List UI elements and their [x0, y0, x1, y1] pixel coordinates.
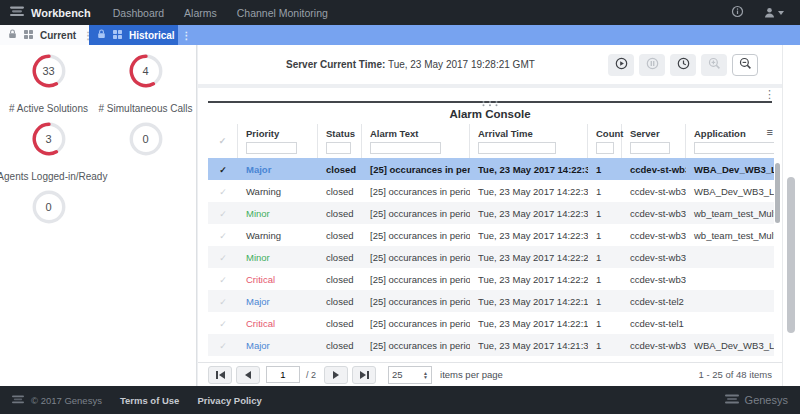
cell-count: 1: [588, 186, 622, 197]
column-header-alarm_text[interactable]: Alarm Text: [362, 124, 470, 158]
zoom-out-icon: [739, 56, 752, 74]
play-button[interactable]: [608, 54, 634, 76]
footer-brand: Genesys: [725, 394, 788, 406]
row-checkbox[interactable]: ✓: [208, 340, 238, 351]
column-header-status[interactable]: Status: [318, 124, 362, 158]
table-row[interactable]: ✓Majorclosed[25] occurances in period [1…: [208, 290, 774, 312]
copyright-text: © 2017 Genesys: [31, 395, 102, 406]
lock-icon: [97, 29, 106, 41]
nav-menu: DashboardAlarmsChannel Monitoring: [113, 7, 328, 19]
column-filter-input-count[interactable]: [596, 142, 614, 154]
column-filter-input-server[interactable]: [630, 142, 670, 154]
page-count-label: / 2: [306, 370, 316, 380]
zoom-in-button[interactable]: [701, 54, 727, 76]
column-header-select[interactable]: ✓: [208, 124, 238, 158]
cell-status: closed: [318, 230, 362, 241]
row-checkbox[interactable]: ✓: [208, 296, 238, 307]
cell-server: ccdev-st-wb3: [622, 252, 686, 263]
table-row[interactable]: ✓Majorclosed[25] occurances in period [1…: [208, 158, 774, 180]
zoom-out-button[interactable]: [732, 54, 758, 76]
column-filter-input-arrival_time[interactable]: [478, 142, 556, 154]
check-icon: ✓: [219, 297, 227, 307]
page-number-input[interactable]: [266, 366, 300, 383]
info-icon[interactable]: [731, 4, 744, 22]
zoom-in-icon: [708, 56, 721, 74]
table-row[interactable]: ✓Warningclosed[25] occurances in period …: [208, 180, 774, 202]
chevron-down-icon: [778, 11, 784, 15]
drag-handle-icon[interactable]: [482, 93, 499, 111]
previous-page-icon[interactable]: [236, 366, 260, 384]
gauge-label: # Agents Logged-in/Ready: [0, 171, 107, 183]
column-header-count[interactable]: Count: [588, 124, 622, 158]
column-header-application[interactable]: Application: [686, 124, 774, 158]
genesys-logo-icon: [725, 394, 739, 406]
table-row[interactable]: ✓Criticalclosed[25] occurances in period…: [208, 312, 774, 334]
column-label: Status: [326, 128, 355, 139]
table-row[interactable]: ✓Criticalclosed[25] occurances in period…: [208, 268, 774, 290]
server-time-text: Server Current Time: Tue, 23 May 2017 19…: [286, 59, 535, 70]
privacy-policy-link[interactable]: Privacy Policy: [197, 395, 261, 406]
row-checkbox[interactable]: ✓: [208, 186, 238, 197]
row-checkbox[interactable]: ✓: [208, 318, 238, 329]
column-menu-icon[interactable]: ≡: [767, 127, 773, 138]
timeline-toolbar: [608, 54, 758, 76]
page-scrollbar-thumb[interactable]: [787, 177, 795, 333]
cell-status: closed: [318, 296, 362, 307]
nav-item-channel-monitoring[interactable]: Channel Monitoring: [237, 7, 328, 19]
table-body: ✓Majorclosed[25] occurances in period [1…: [208, 158, 774, 356]
clock-button[interactable]: [670, 54, 696, 76]
kebab-menu-icon[interactable]: ⋮: [764, 88, 775, 101]
check-icon: ✓: [219, 253, 227, 263]
pause-button[interactable]: [639, 54, 665, 76]
table-row[interactable]: ✓Majorclosed[25] occurances in period [1…: [208, 334, 774, 356]
cell-count: 1: [588, 164, 622, 175]
column-filter-input-priority[interactable]: [246, 142, 297, 154]
column-filter-input-status[interactable]: [326, 142, 351, 154]
table-scrollbar-thumb[interactable]: [775, 163, 780, 223]
gauge-ring: 0: [129, 122, 163, 156]
gauge-value: 0: [32, 190, 66, 224]
last-page-icon[interactable]: [352, 366, 376, 384]
check-icon: ✓: [219, 187, 227, 197]
table-row[interactable]: ✓Minorclosed[25] occurances in period [1…: [208, 202, 774, 224]
row-checkbox[interactable]: ✓: [208, 208, 238, 219]
cell-status: closed: [318, 186, 362, 197]
terms-of-use-link[interactable]: Terms of Use: [120, 395, 179, 406]
user-menu-icon[interactable]: [764, 7, 784, 18]
column-header-priority[interactable]: Priority: [238, 124, 318, 158]
table-row[interactable]: ✓Minorclosed[25] occurances in period [1…: [208, 246, 774, 268]
cell-alarm-text: [25] occurances in period [15000...: [362, 164, 470, 175]
cell-application: wb_team_test_Multi_1: [686, 230, 774, 241]
row-checkbox[interactable]: ✓: [208, 230, 238, 241]
row-checkbox[interactable]: ✓: [208, 252, 238, 263]
tab-current[interactable]: Current⋮: [0, 25, 89, 45]
column-header-arrival_time[interactable]: Arrival Time: [470, 124, 588, 158]
workbench-app: Workbench DashboardAlarmsChannel Monitor…: [0, 0, 800, 414]
tab-historical[interactable]: Historical⋮: [89, 25, 178, 45]
column-header-server[interactable]: Server: [622, 124, 686, 158]
next-page-icon[interactable]: [324, 366, 348, 384]
cell-priority: Minor: [238, 208, 318, 219]
first-page-icon[interactable]: [208, 366, 232, 384]
gauge-label: # Active Solutions: [9, 103, 88, 115]
column-filter-input-application[interactable]: [694, 142, 774, 154]
kebab-menu-icon[interactable]: ⋮: [182, 30, 192, 41]
cell-alarm-text: [25] occurances in period [15000...: [362, 208, 470, 219]
dashboard-tabbar: Current⋮Historical⋮: [0, 25, 800, 45]
row-checkbox[interactable]: ✓: [208, 164, 238, 175]
gauge-ring: 4: [129, 54, 163, 88]
column-filter-input-alarm_text[interactable]: [370, 142, 441, 154]
server-time-panel: Server Current Time: Tue, 23 May 2017 19…: [198, 45, 782, 84]
nav-item-alarms[interactable]: Alarms: [184, 7, 217, 19]
nav-item-dashboard[interactable]: Dashboard: [113, 7, 164, 19]
row-checkbox[interactable]: ✓: [208, 274, 238, 285]
page-scrollbar[interactable]: [782, 45, 800, 386]
table-row[interactable]: ✓Warningclosed[25] occurances in period …: [208, 224, 774, 246]
page-size-select[interactable]: 25 ▲▼: [388, 366, 432, 384]
tab-label: Historical: [129, 30, 175, 41]
brand-title: Workbench: [31, 7, 91, 19]
check-icon: ✓: [219, 165, 227, 175]
page-size-value: 25: [392, 369, 403, 380]
cell-count: 1: [588, 274, 622, 285]
check-icon: ✓: [219, 275, 227, 285]
